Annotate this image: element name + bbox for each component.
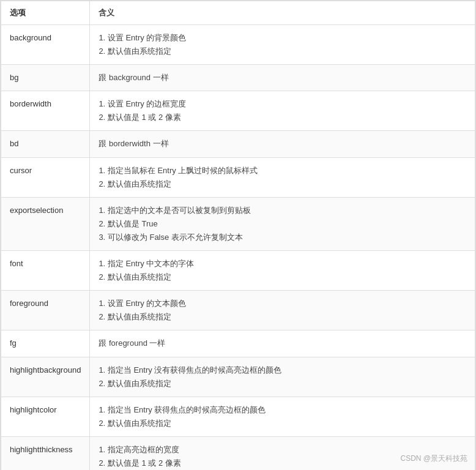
table-row: bd跟 borderwidth 一样 xyxy=(1,131,475,157)
option-cell: font xyxy=(1,251,90,291)
table-row: foreground1. 设置 Entry 的文本颜色2. 默认值由系统指定 xyxy=(1,291,475,330)
option-cell: background xyxy=(1,25,90,65)
meaning-cell: 1. 设置 Entry 的文本颜色2. 默认值由系统指定 xyxy=(90,291,475,330)
option-cell: highlightthickness xyxy=(1,436,90,470)
option-cell: highlightbackground xyxy=(1,357,90,397)
option-cell: highlightcolor xyxy=(1,397,90,436)
table-row: bg跟 background 一样 xyxy=(1,65,475,91)
option-cell: foreground xyxy=(1,291,90,330)
table-row: cursor1. 指定当鼠标在 Entry 上飘过时候的鼠标样式2. 默认值由系… xyxy=(1,157,475,197)
table-row: borderwidth1. 设置 Entry 的边框宽度2. 默认值是 1 或 … xyxy=(1,91,475,131)
meaning-cell: 1. 指定当 Entry 没有获得焦点的时候高亮边框的颜色2. 默认值由系统指定 xyxy=(90,357,475,397)
options-table: 选项 含义 background1. 设置 Entry 的背景颜色2. 默认值由… xyxy=(1,1,475,470)
table-row: background1. 设置 Entry 的背景颜色2. 默认值由系统指定 xyxy=(1,25,475,65)
col-header-option: 选项 xyxy=(1,1,90,25)
main-table-container: 选项 含义 background1. 设置 Entry 的背景颜色2. 默认值由… xyxy=(0,0,476,470)
meaning-cell: 1. 指定选中的文本是否可以被复制到剪贴板2. 默认值是 True3. 可以修改… xyxy=(90,197,475,250)
option-cell: fg xyxy=(1,330,90,357)
table-header-row: 选项 含义 xyxy=(1,1,475,25)
meaning-cell: 1. 指定 Entry 中文本的字体2. 默认值由系统指定 xyxy=(90,251,475,291)
col-header-meaning: 含义 xyxy=(90,1,475,25)
option-cell: borderwidth xyxy=(1,91,90,131)
option-cell: bd xyxy=(1,131,90,157)
meaning-cell: 跟 borderwidth 一样 xyxy=(90,131,475,157)
meaning-cell: 跟 background 一样 xyxy=(90,65,475,91)
watermark-text: CSDN @景天科技苑 xyxy=(400,453,467,464)
option-cell: bg xyxy=(1,65,90,91)
meaning-cell: 1. 指定当鼠标在 Entry 上飘过时候的鼠标样式2. 默认值由系统指定 xyxy=(90,157,475,197)
meaning-cell: 1. 设置 Entry 的边框宽度2. 默认值是 1 或 2 像素 xyxy=(90,91,475,131)
meaning-cell: 跟 foreground 一样 xyxy=(90,330,475,357)
table-row: exportselection1. 指定选中的文本是否可以被复制到剪贴板2. 默… xyxy=(1,197,475,250)
table-row: font1. 指定 Entry 中文本的字体2. 默认值由系统指定 xyxy=(1,251,475,291)
meaning-cell: 1. 指定当 Entry 获得焦点的时候高亮边框的颜色2. 默认值由系统指定 xyxy=(90,397,475,436)
option-cell: cursor xyxy=(1,157,90,197)
table-row: highlightcolor1. 指定当 Entry 获得焦点的时候高亮边框的颜… xyxy=(1,397,475,436)
meaning-cell: 1. 设置 Entry 的背景颜色2. 默认值由系统指定 xyxy=(90,25,475,65)
table-row: highlightbackground1. 指定当 Entry 没有获得焦点的时… xyxy=(1,357,475,397)
option-cell: exportselection xyxy=(1,197,90,250)
table-row: fg跟 foreground 一样 xyxy=(1,330,475,357)
